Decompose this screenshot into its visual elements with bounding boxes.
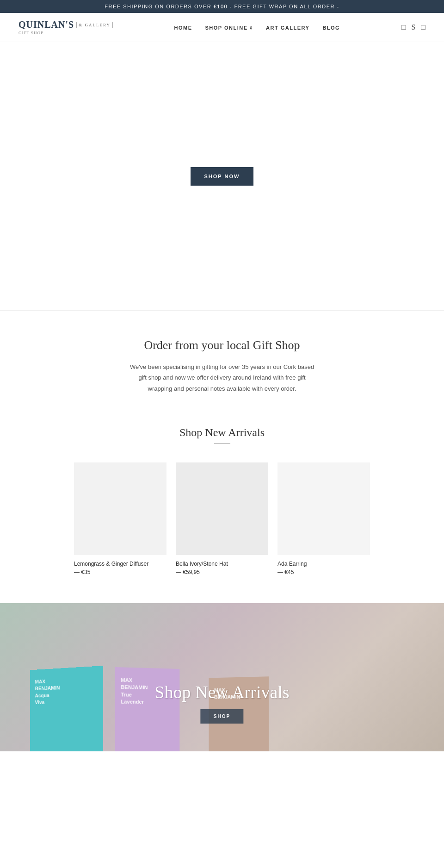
product-card-2[interactable]: Ada Earring — €45 <box>278 462 370 575</box>
box-purple-label: MAXBENJAMINTrueLavender <box>121 677 148 706</box>
box-teal-label: MAXBENJAMINAcquaViva <box>35 678 60 706</box>
product-box-teal: MAXBENJAMINAcquaViva <box>30 666 103 751</box>
nav-item-home[interactable]: HOME <box>174 23 192 31</box>
nav-link-blog[interactable]: BLOG <box>322 25 340 31</box>
shop-now-button[interactable]: SHOP NOW <box>191 167 254 186</box>
info-text: We've been specialising in gifting for o… <box>130 362 314 394</box>
product-card-0[interactable]: Lemongrass & Ginger Diffuser — €35 <box>74 462 166 575</box>
nav-links: HOME SHOP ONLINE ◊ ART GALLERY BLOG <box>174 23 340 31</box>
arrivals-divider <box>214 443 230 444</box>
product-name-1: Bella Ivory/Stone Hat <box>176 561 268 567</box>
bottom-banner-text: Shop New Arrivals SHOP <box>154 682 289 724</box>
product-image-1 <box>176 462 268 555</box>
nav-icons: □ S □ <box>401 23 426 31</box>
info-title: Order from your local Gift Shop <box>37 338 407 352</box>
bottom-banner-section: MAXBENJAMINAcquaViva MAXBENJAMINTrueLave… <box>0 603 444 751</box>
logo-tagline: GIFT SHOP <box>18 31 43 35</box>
product-image-2 <box>278 462 370 555</box>
nav-item-art-gallery[interactable]: ART GALLERY <box>266 23 309 31</box>
hero-section: SHOP NOW <box>0 42 444 311</box>
nav-item-blog[interactable]: BLOG <box>322 23 340 31</box>
product-name-2: Ada Earring <box>278 561 370 567</box>
logo-name: QUINLAN'S <box>18 19 74 30</box>
top-banner: FREE SHIPPING ON ORDERS OVER €100 - FREE… <box>0 0 444 13</box>
products-grid: Lemongrass & Ginger Diffuser — €35 Bella… <box>37 462 407 575</box>
product-price-2: — €45 <box>278 569 370 575</box>
nav-link-home[interactable]: HOME <box>174 25 192 31</box>
user-icon[interactable]: S <box>411 23 415 31</box>
bottom-banner-title: Shop New Arrivals <box>154 682 289 702</box>
bottom-shop-button[interactable]: SHOP <box>201 709 243 724</box>
nav-link-art-gallery[interactable]: ART GALLERY <box>266 25 309 31</box>
arrivals-title: Shop New Arrivals <box>37 426 407 439</box>
product-image-0 <box>74 462 166 555</box>
boxes-container: MAXBENJAMINAcquaViva MAXBENJAMINTrueLave… <box>0 603 444 751</box>
cart-icon[interactable]: □ <box>421 23 426 31</box>
search-icon[interactable]: □ <box>401 23 406 31</box>
product-name-0: Lemongrass & Ginger Diffuser <box>74 561 166 567</box>
product-card-1[interactable]: Bella Ivory/Stone Hat — €59,95 <box>176 462 268 575</box>
product-price-1: — €59,95 <box>176 569 268 575</box>
banner-text: FREE SHIPPING ON ORDERS OVER €100 - FREE… <box>105 4 339 9</box>
arrivals-section: Shop New Arrivals Lemongrass & Ginger Di… <box>0 417 444 603</box>
logo[interactable]: QUINLAN'S & GALLERY GIFT SHOP <box>18 19 113 35</box>
info-section: Order from your local Gift Shop We've be… <box>0 311 444 417</box>
product-price-0: — €35 <box>74 569 166 575</box>
navbar: QUINLAN'S & GALLERY GIFT SHOP HOME SHOP … <box>0 13 444 42</box>
nav-item-shop-online[interactable]: SHOP ONLINE ◊ <box>205 23 253 31</box>
logo-sub: & GALLERY <box>76 22 113 28</box>
nav-link-shop-online[interactable]: SHOP ONLINE ◊ <box>205 25 253 31</box>
